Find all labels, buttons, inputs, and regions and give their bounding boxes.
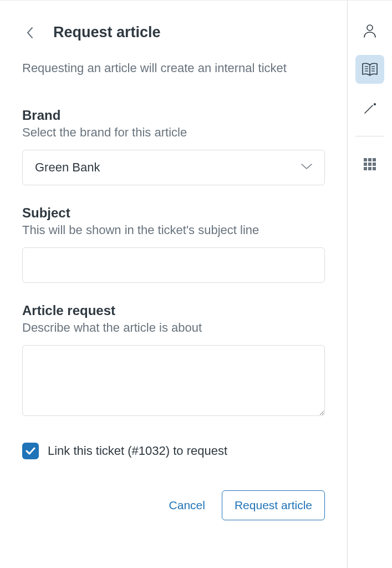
book-open-icon xyxy=(362,62,378,77)
article-request-textarea[interactable] xyxy=(22,345,325,416)
side-rail-apps[interactable] xyxy=(355,150,384,179)
svg-rect-18 xyxy=(373,163,376,166)
side-rail-magic[interactable] xyxy=(355,94,384,123)
side-rail-knowledge[interactable] xyxy=(355,55,384,84)
actions-row: Cancel Request article xyxy=(22,490,325,520)
apps-grid-icon xyxy=(363,158,376,171)
side-rail xyxy=(348,1,392,568)
article-request-help: Describe what the article is about xyxy=(22,321,325,335)
panel-header: Request article xyxy=(22,24,325,41)
svg-rect-17 xyxy=(368,163,371,166)
subject-field-group: Subject This will be shown in the ticket… xyxy=(22,205,325,283)
profile-icon xyxy=(362,23,378,38)
brand-field-group: Brand Select the brand for this article … xyxy=(22,108,325,185)
brand-select[interactable]: Green Bank xyxy=(22,150,325,185)
svg-rect-19 xyxy=(364,167,367,170)
request-article-panel: Request article Requesting an article wi… xyxy=(0,1,348,568)
side-rail-divider xyxy=(355,136,384,136)
link-ticket-label: Link this ticket (#1032) to request xyxy=(48,444,227,458)
svg-rect-20 xyxy=(368,167,371,170)
intro-text: Requesting an article will create an int… xyxy=(22,61,325,75)
brand-label: Brand xyxy=(22,108,325,123)
svg-rect-15 xyxy=(373,158,376,161)
svg-line-8 xyxy=(365,105,373,113)
article-request-label: Article request xyxy=(22,303,325,318)
svg-rect-21 xyxy=(373,167,376,170)
subject-label: Subject xyxy=(22,205,325,221)
article-request-field-group: Article request Describe what the articl… xyxy=(22,303,325,418)
svg-rect-13 xyxy=(364,158,367,161)
magic-wand-icon xyxy=(362,100,378,116)
subject-input[interactable] xyxy=(22,247,325,283)
svg-point-0 xyxy=(367,25,373,31)
svg-rect-14 xyxy=(368,158,371,161)
check-icon xyxy=(26,447,35,455)
subject-help: This will be shown in the ticket's subje… xyxy=(22,223,325,237)
link-ticket-row: Link this ticket (#1032) to request xyxy=(22,443,325,459)
side-rail-profile[interactable] xyxy=(355,16,384,45)
brand-selected-value: Green Bank xyxy=(35,160,100,175)
request-article-button[interactable]: Request article xyxy=(222,490,325,520)
brand-help: Select the brand for this article xyxy=(22,125,325,140)
link-ticket-checkbox[interactable] xyxy=(22,443,39,459)
chevron-left-icon xyxy=(26,27,34,39)
cancel-button[interactable]: Cancel xyxy=(169,499,205,512)
brand-select-wrap: Green Bank xyxy=(22,150,325,185)
back-button[interactable] xyxy=(22,25,38,40)
page-title: Request article xyxy=(53,24,161,41)
svg-rect-16 xyxy=(364,163,367,166)
